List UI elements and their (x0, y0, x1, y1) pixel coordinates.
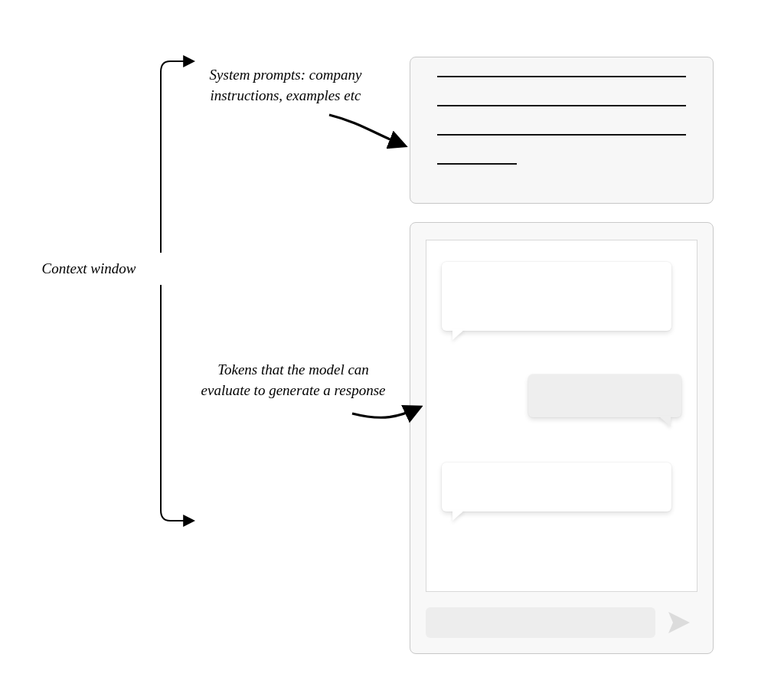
chat-input[interactable] (426, 607, 655, 638)
system-line (437, 134, 686, 136)
system-prompt-lines (437, 76, 686, 165)
system-prompts-annotation: System prompts: company instructions, ex… (198, 65, 374, 106)
chat-panel (410, 222, 714, 654)
context-window-label: Context window (28, 260, 150, 277)
system-line (437, 163, 517, 165)
system-line (437, 105, 686, 106)
system-line (437, 76, 686, 77)
bubble-tail-icon (452, 510, 465, 521)
chat-bubble-assistant (528, 374, 681, 417)
system-prompt-panel (410, 57, 714, 204)
arrow-system-icon (329, 115, 404, 145)
chat-bubble-user (442, 262, 671, 331)
chat-bubble-user (442, 463, 671, 512)
diagram-stage: Context window System prompts: company i… (0, 0, 784, 680)
bubble-tail-icon (658, 416, 671, 427)
context-bracket-icon (161, 61, 193, 521)
tokens-annotation: Tokens that the model can evaluate to ge… (198, 360, 389, 400)
bubble-tail-icon (452, 329, 465, 340)
send-icon (665, 609, 693, 636)
send-button[interactable] (665, 609, 693, 636)
chat-viewport (426, 240, 697, 592)
